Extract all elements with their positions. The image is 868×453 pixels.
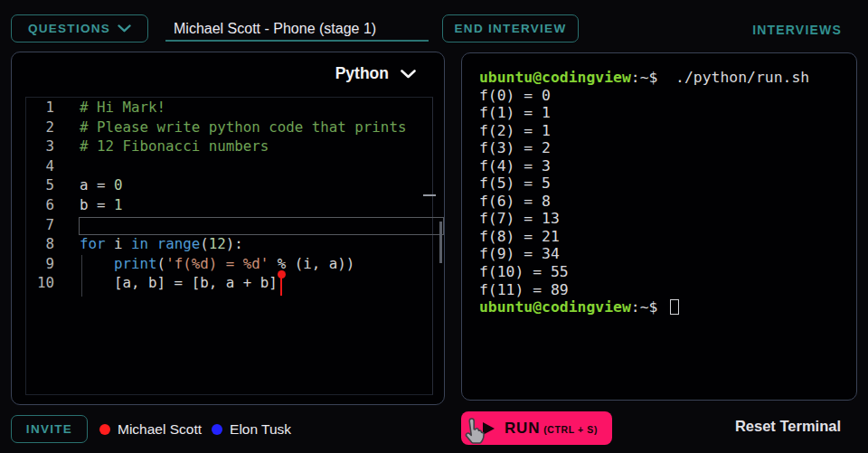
active-line-highlight [79,217,444,235]
participant-color-dot [212,424,222,435]
editor-scrollbar[interactable] [439,222,442,263]
run-button-label: RUN [505,420,540,438]
line-number: 7 [26,215,54,235]
code-line: 5a = 0 [26,175,432,195]
line-number: 4 [26,156,54,176]
participant: Elon Tusk [212,421,291,438]
terminal-line: f(5) = 5 [479,175,849,193]
code-text: [a, b] = [b, a + b] [80,273,278,293]
line-number: 9 [26,254,54,274]
invite-button[interactable]: INVITE [11,415,88,443]
terminal-prompt-user: ubuntu@codingview [479,298,631,316]
questions-button[interactable]: QUESTIONS [11,14,148,42]
scrollbar-annotation [423,194,436,196]
participants-list: Michael ScottElon Tusk [99,415,291,443]
interviews-link[interactable]: INTERVIEWS [752,23,842,37]
code-text: a = 0 [80,175,123,195]
terminal-output[interactable]: ubuntu@codingview:~$ ./python/run.shf(0)… [479,69,849,394]
code-line: 6b = 1 [26,195,432,215]
terminal-line: f(6) = 8 [479,193,849,211]
invite-button-label: INVITE [26,422,72,436]
code-line: 10 [a, b] = [b, a + b] [26,273,432,293]
code-lines: 1# Hi Mark!2# Please write python code t… [26,98,432,293]
language-select[interactable]: Python [335,64,416,83]
code-text: # Please write python code that prints [80,118,406,137]
code-text: print('f(%d) = %d' % (i, a)) [80,254,354,274]
interview-title-input[interactable] [165,14,429,42]
end-interview-button[interactable]: END INTERVIEW [442,14,579,42]
line-number: 8 [26,234,54,254]
indent-guide [81,255,82,297]
terminal-line: ubuntu@codingview:~$ [479,298,849,316]
terminal-command: ./python/run.sh [657,69,809,86]
code-line: 9 print('f(%d) = %d' % (i, a)) [26,254,432,274]
terminal-prompt-user: ubuntu@codingview [479,69,631,86]
language-select-value: Python [335,64,389,83]
mouse-pointer-icon [460,417,486,447]
code-text: # 12 Fibonacci numbers [80,137,269,156]
code-text: b = 1 [80,195,123,215]
remote-user-cursor-dot [278,270,286,278]
participant-name: Michael Scott [118,421,202,438]
terminal-line: f(1) = 1 [479,104,849,122]
code-line: 1# Hi Mark! [26,98,432,118]
line-number: 5 [26,175,54,195]
reset-terminal-button[interactable]: Reset Terminal [735,418,841,435]
terminal-line: f(10) = 55 [479,263,849,281]
code-editor[interactable]: 1# Hi Mark!2# Please write python code t… [25,97,433,395]
terminal-panel: ubuntu@codingview:~$ ./python/run.shf(0)… [461,52,857,401]
code-editor-panel: Python 1# Hi Mark!2# Please write python… [11,52,445,405]
terminal-line: f(0) = 0 [479,87,849,105]
code-line: 8for i in range(12): [26,234,432,254]
terminal-line: ubuntu@codingview:~$ ./python/run.sh [479,69,849,87]
participant-color-dot [99,424,110,435]
code-text: for i in range(12): [80,234,243,254]
terminal-line: f(3) = 2 [479,139,849,157]
terminal-line: f(7) = 13 [479,210,849,228]
line-number: 3 [26,137,54,156]
participant-name: Elon Tusk [230,421,291,438]
end-interview-button-label: END INTERVIEW [455,22,567,35]
line-number: 2 [26,118,54,137]
terminal-prompt-path: :~$ [631,69,658,86]
terminal-line: f(9) = 34 [479,245,849,263]
code-line: 2# Please write python code that prints [26,118,432,137]
terminal-line: f(11) = 89 [479,281,849,299]
line-number: 10 [26,273,54,293]
code-line: 3# 12 Fibonacci numbers [26,137,432,156]
chevron-down-icon [401,70,416,79]
terminal-line: f(2) = 1 [479,122,849,140]
participant: Michael Scott [99,421,202,438]
chevron-down-icon [118,24,131,33]
terminal-line: f(8) = 21 [479,228,849,246]
code-text: # Hi Mark! [80,98,165,118]
run-button-shortcut: (CTRL + S) [543,422,598,435]
terminal-line: f(4) = 3 [479,157,849,175]
questions-button-label: QUESTIONS [28,22,110,35]
code-line: 4 [26,156,432,176]
line-number: 6 [26,195,54,215]
line-number: 1 [26,98,54,118]
terminal-prompt-path: :~$ [631,298,658,316]
terminal-cursor [670,299,679,315]
